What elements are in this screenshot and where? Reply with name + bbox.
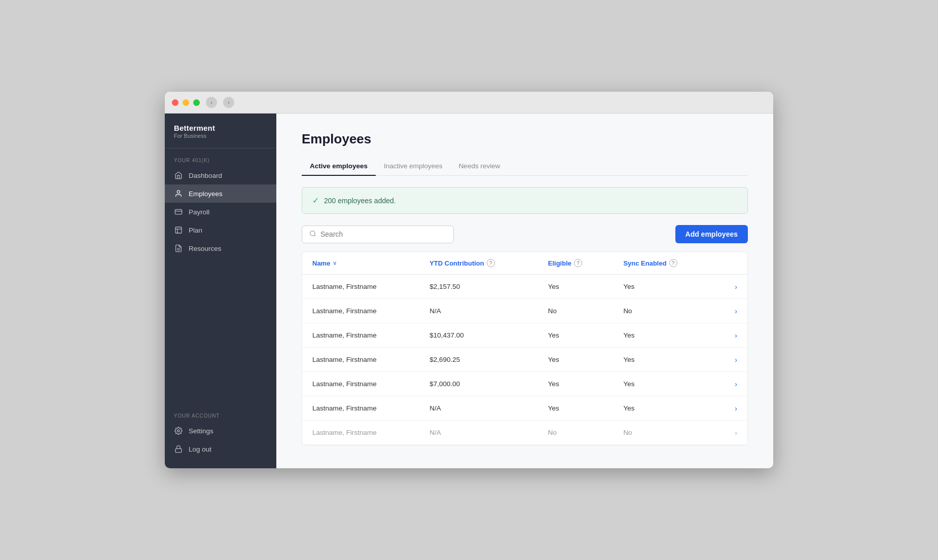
cell-ytd: N/A	[419, 396, 538, 421]
cell-sync: Yes	[613, 396, 716, 421]
table-row[interactable]: Lastname, Firstname N/A No No ›	[302, 421, 747, 445]
chevron-right-icon: ›	[735, 331, 737, 340]
cell-chevron[interactable]: ›	[716, 421, 747, 445]
search-box[interactable]	[302, 226, 454, 243]
minimize-button[interactable]	[183, 99, 189, 106]
cell-chevron[interactable]: ›	[716, 275, 747, 299]
sidebar-bottom: YOUR ACCOUNT Settings	[165, 404, 276, 458]
toolbar: Add employees	[302, 225, 748, 243]
col-header-ytd[interactable]: YTD Contribution ?	[419, 252, 538, 275]
cell-chevron[interactable]: ›	[716, 372, 747, 396]
table-row[interactable]: Lastname, Firstname $7,000.00 Yes Yes ›	[302, 372, 747, 396]
chevron-right-icon: ›	[735, 380, 737, 388]
svg-rect-1	[175, 209, 182, 214]
ytd-help-icon[interactable]: ?	[487, 259, 495, 267]
sidebar-item-label: Employees	[189, 190, 223, 198]
cell-sync: Yes	[613, 348, 716, 372]
logo-name: Betterment	[174, 124, 267, 132]
col-header-sync[interactable]: Sync Enabled ?	[613, 252, 716, 275]
svg-point-8	[177, 430, 179, 432]
sync-help-icon[interactable]: ?	[669, 259, 677, 267]
forward-button[interactable]: ›	[223, 97, 234, 108]
search-input[interactable]	[320, 230, 446, 238]
cell-eligible: No	[538, 421, 614, 445]
plan-icon	[174, 226, 183, 235]
sidebar-item-settings[interactable]: Settings	[165, 422, 276, 440]
sidebar-item-employees[interactable]: Employees	[165, 184, 276, 203]
chevron-right-icon: ›	[735, 283, 737, 291]
cell-ytd: $7,000.00	[419, 372, 538, 396]
cell-sync: No	[613, 421, 716, 445]
table-header-row: Name ∨ YTD Contribution ?	[302, 252, 747, 275]
browser-chrome: ‹ ›	[165, 92, 773, 114]
logo-sub: For Business	[174, 133, 267, 139]
tab-inactive-employees[interactable]: Inactive employees	[376, 158, 451, 176]
cell-chevron[interactable]: ›	[716, 323, 747, 348]
sidebar-logo: Betterment For Business	[165, 114, 276, 148]
cell-sync: Yes	[613, 275, 716, 299]
add-employees-button[interactable]: Add employees	[675, 225, 748, 243]
sidebar-item-resources[interactable]: Resources	[165, 239, 276, 257]
svg-line-11	[314, 235, 316, 236]
back-button[interactable]: ‹	[206, 97, 217, 108]
cell-ytd: N/A	[419, 421, 538, 445]
table-row[interactable]: Lastname, Firstname $10,437.00 Yes Yes ›	[302, 323, 747, 348]
table-row[interactable]: Lastname, Firstname N/A No No ›	[302, 299, 747, 323]
cell-name: Lastname, Firstname	[302, 275, 419, 299]
sidebar-item-payroll[interactable]: Payroll	[165, 203, 276, 221]
cell-ytd: $2,690.25	[419, 348, 538, 372]
search-icon	[309, 230, 316, 239]
sidebar-item-logout[interactable]: Log out	[165, 440, 276, 458]
sidebar-item-label: Dashboard	[189, 172, 222, 179]
maximize-button[interactable]	[193, 99, 200, 106]
cell-eligible: Yes	[538, 323, 614, 348]
table-row[interactable]: Lastname, Firstname $2,157.50 Yes Yes ›	[302, 275, 747, 299]
col-header-name[interactable]: Name ∨	[302, 252, 419, 275]
banner-text: 200 employees added.	[324, 197, 396, 205]
tab-needs-review[interactable]: Needs review	[451, 158, 509, 176]
svg-rect-3	[175, 227, 182, 233]
home-icon	[174, 171, 183, 180]
cell-chevron[interactable]: ›	[716, 299, 747, 323]
lock-icon	[174, 444, 183, 454]
cell-eligible: No	[538, 299, 614, 323]
table-row[interactable]: Lastname, Firstname $2,690.25 Yes Yes ›	[302, 348, 747, 372]
svg-rect-9	[175, 449, 182, 452]
cell-name: Lastname, Firstname	[302, 348, 419, 372]
cell-ytd: N/A	[419, 299, 538, 323]
check-icon: ✓	[312, 196, 319, 205]
sidebar-item-plan[interactable]: Plan	[165, 221, 276, 239]
cell-sync: Yes	[613, 372, 716, 396]
svg-point-0	[177, 191, 179, 193]
cell-eligible: Yes	[538, 396, 614, 421]
chevron-right-icon: ›	[735, 356, 737, 364]
cell-eligible: Yes	[538, 348, 614, 372]
cell-sync: Yes	[613, 323, 716, 348]
section-401k-label: YOUR 401(K)	[165, 148, 276, 166]
gear-icon	[174, 426, 183, 435]
cell-chevron[interactable]: ›	[716, 348, 747, 372]
sidebar-item-label: Settings	[189, 427, 213, 435]
tab-active-employees[interactable]: Active employees	[302, 158, 376, 176]
col-header-action	[716, 252, 747, 275]
cell-ytd: $2,157.50	[419, 275, 538, 299]
cell-chevron[interactable]: ›	[716, 396, 747, 421]
resources-icon	[174, 244, 183, 253]
sidebar-item-label: Log out	[189, 445, 211, 453]
payroll-icon	[174, 207, 183, 216]
sidebar-item-dashboard[interactable]: Dashboard	[165, 166, 276, 184]
chevron-right-icon: ›	[735, 307, 737, 315]
cell-sync: No	[613, 299, 716, 323]
sidebar-item-label: Resources	[189, 245, 222, 252]
app-body: Betterment For Business YOUR 401(K) Dash…	[165, 114, 773, 468]
table-row[interactable]: Lastname, Firstname N/A Yes Yes ›	[302, 396, 747, 421]
sidebar-item-label: Plan	[189, 227, 202, 234]
svg-point-10	[310, 231, 315, 235]
chevron-right-icon: ›	[735, 404, 737, 413]
cell-eligible: Yes	[538, 275, 614, 299]
section-account-label: YOUR ACCOUNT	[165, 404, 276, 422]
person-icon	[174, 189, 183, 198]
close-button[interactable]	[172, 99, 178, 106]
col-header-eligible[interactable]: Eligible ?	[538, 252, 614, 275]
eligible-help-icon[interactable]: ?	[574, 259, 582, 267]
